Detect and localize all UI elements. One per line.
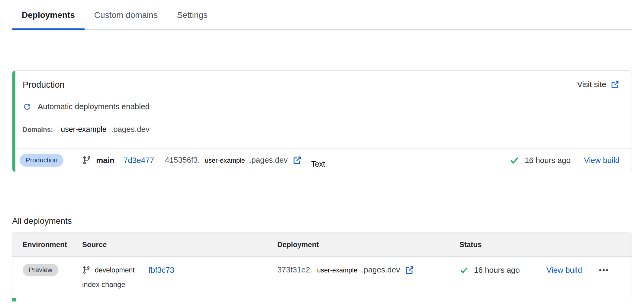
deployment-id: 415356f3. (165, 155, 200, 165)
text-annotation: Text (311, 160, 325, 168)
production-deployment-row: Production main 7d3e477 415356f3. user-e… (12, 148, 632, 172)
deploy-time: 16 hours ago (474, 265, 520, 275)
environment-cell: Preview (23, 263, 82, 277)
environment-badge-preview: Preview (23, 264, 58, 276)
deployment-id: 373f31e2. (277, 265, 312, 275)
deployment-host: user-example (205, 157, 245, 164)
environment-badge-production: Production (20, 154, 63, 167)
deploy-time: 16 hours ago (525, 156, 571, 165)
domain-name: user-example (61, 125, 106, 134)
column-header-deployment: Deployment (277, 240, 459, 249)
view-build-link[interactable]: View build (546, 265, 582, 275)
branch-name: main (96, 156, 114, 165)
git-branch-icon (82, 266, 91, 274)
column-header-source: Source (82, 240, 277, 249)
domains-label: Domains: (23, 126, 53, 134)
row-options-menu-icon[interactable]: ••• (599, 265, 609, 275)
auto-deployments-text: Automatic deployments enabled (38, 102, 150, 111)
source-cell: development fbf3c73 index change (82, 263, 277, 289)
tab-deployments[interactable]: Deployments (12, 10, 85, 29)
deployment-suffix: .pages.dev (362, 265, 400, 275)
commit-message: index change (82, 280, 277, 289)
production-card-info: Production Visit site Automatic deployme… (12, 71, 632, 148)
column-header-environment: Environment (23, 240, 82, 249)
deployment-host: user-example (317, 266, 357, 274)
deployments-table: Environment Source Deployment Status Pre… (12, 233, 632, 301)
tab-settings[interactable]: Settings (167, 10, 217, 29)
auto-deploy-refresh-icon (23, 102, 32, 111)
external-link-icon[interactable] (405, 265, 414, 275)
git-branch-icon (82, 156, 91, 165)
all-deployments-heading: All deployments (12, 216, 632, 226)
table-row: Preview development fbf3c73 index change… (12, 257, 632, 298)
tab-bar: Deployments Custom domains Settings (12, 0, 632, 30)
deployment-suffix: .pages.dev (249, 155, 288, 165)
commit-link[interactable]: 7d3e477 (124, 156, 154, 165)
branch-name: development (95, 266, 135, 274)
external-link-icon (610, 80, 620, 89)
production-card-title: Production (23, 80, 65, 90)
column-header-status: Status (459, 240, 632, 249)
tab-custom-domains[interactable]: Custom domains (85, 10, 167, 29)
commit-link[interactable]: fbf3c73 (149, 265, 174, 275)
deployment-cell: 373f31e2. user-example .pages.dev (277, 263, 459, 277)
table-header-row: Environment Source Deployment Status (12, 233, 632, 257)
status-cell: 16 hours ago View build ••• (459, 263, 632, 277)
external-link-icon[interactable] (292, 155, 302, 165)
next-row-partial (12, 298, 632, 301)
domain-suffix: .pages.dev (111, 125, 150, 134)
visit-site-link[interactable]: Visit site (577, 80, 620, 89)
visit-site-label: Visit site (577, 80, 606, 89)
view-build-link[interactable]: View build (584, 156, 620, 165)
success-check-icon (510, 155, 519, 165)
success-check-icon (459, 265, 469, 275)
production-card: Production Visit site Automatic deployme… (12, 70, 632, 172)
